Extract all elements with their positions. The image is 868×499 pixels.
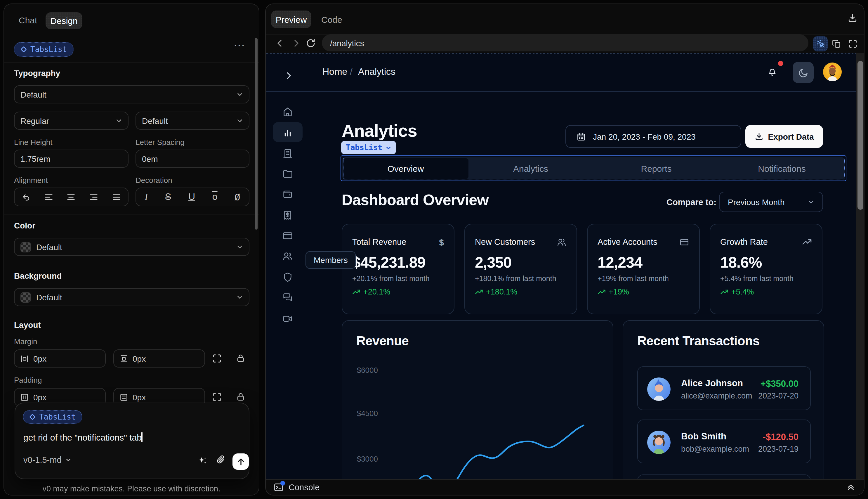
url-bar[interactable]: /analytics [322, 35, 808, 51]
divider [4, 214, 259, 215]
ellipsis-menu-icon[interactable]: ··· [234, 40, 246, 50]
transaction-row[interactable]: Bob Smith bob@example.com -$120.50 2023-… [637, 419, 811, 463]
sidebar-item-home[interactable] [282, 106, 293, 118]
stat-card: Active Accounts 12,234 +19% from last mo… [587, 224, 700, 314]
underline-icon[interactable]: U [188, 192, 195, 202]
tab-overview[interactable]: Overview [343, 158, 468, 179]
avatar[interactable] [823, 62, 842, 81]
trending-up-icon [475, 288, 483, 296]
lock-icon[interactable] [236, 392, 245, 401]
align-justify-icon[interactable] [112, 193, 121, 201]
line-height-input[interactable]: 1.75rem [14, 149, 128, 168]
trending-up-icon [597, 288, 606, 296]
nav-back-icon[interactable] [275, 39, 284, 48]
console-bar[interactable]: Console [266, 479, 865, 494]
sidebar-item-members[interactable] [282, 250, 293, 262]
text-caret [142, 433, 142, 442]
align-left-icon[interactable] [44, 193, 53, 201]
section-title: Dashboard Overview [342, 191, 488, 209]
tab-design[interactable]: Design [46, 12, 82, 29]
background-select[interactable]: Default [14, 288, 249, 306]
tab-reports[interactable]: Reports [594, 157, 719, 179]
calendar-icon [576, 132, 586, 141]
no-decoration-icon[interactable]: Ø [235, 191, 240, 203]
avatar [647, 377, 671, 401]
color-select[interactable]: Default [14, 238, 249, 256]
font-size-select[interactable]: Default [136, 112, 249, 130]
breadcrumb-current[interactable]: Analytics [358, 66, 395, 77]
sidebar-item-wallet[interactable] [282, 188, 293, 200]
send-button[interactable] [233, 453, 249, 470]
revenue-line-chart [342, 321, 614, 480]
lock-icon[interactable] [236, 353, 245, 363]
tab-notifications[interactable]: Notifications [719, 157, 845, 179]
sidebar-item-analytics[interactable] [282, 126, 293, 138]
overline-icon[interactable]: o [212, 192, 218, 202]
chevron-down-icon [237, 244, 243, 250]
panel-scrollbar[interactable] [255, 38, 258, 230]
preview-panel: Preview Code /analytics [265, 3, 865, 496]
sidebar-item-video[interactable] [282, 313, 293, 324]
sidebar-item-messages[interactable] [282, 292, 293, 303]
sidebar-item-invoices[interactable] [282, 209, 293, 221]
theme-toggle-button[interactable] [793, 62, 814, 83]
undo-icon[interactable] [22, 193, 30, 201]
model-select[interactable]: v0-1.5-md [23, 455, 72, 464]
date-range-picker[interactable]: Jan 20, 2023 - Feb 09, 2023 [566, 125, 741, 148]
tab-chat[interactable]: Chat [19, 15, 37, 25]
export-data-button[interactable]: Export Data [745, 125, 823, 148]
strikethrough-icon[interactable]: S [165, 192, 171, 202]
line-height-label: Line Height [14, 138, 52, 147]
font-weight-select[interactable]: Regular [14, 112, 128, 130]
transaction-row[interactable]: Alice Johnson alice@example.com +$350.00… [637, 366, 811, 410]
breadcrumb-home[interactable]: Home [322, 66, 347, 77]
selection-name-badge[interactable]: TabsList [341, 141, 396, 154]
preview-scrollbar-thumb[interactable] [857, 61, 863, 210]
sidebar-item-cards[interactable] [282, 230, 293, 241]
sidebar-item-projects[interactable] [282, 168, 293, 179]
sidebar-item-organization[interactable] [282, 147, 293, 159]
letter-spacing-input[interactable]: 0em [136, 149, 249, 168]
fullscreen-icon[interactable] [848, 39, 857, 49]
design-panel: Chat Design TabsList ··· Typography Defa… [3, 3, 259, 496]
bell-icon[interactable] [767, 66, 778, 76]
expand-values-icon[interactable] [212, 353, 222, 363]
tabs-list: Overview Analytics Reports Notifications [342, 157, 845, 179]
chevron-down-icon [385, 145, 391, 150]
align-center-icon[interactable] [67, 193, 76, 201]
tab-code[interactable]: Code [321, 15, 342, 25]
alignment-label: Alignment [14, 176, 48, 185]
sidebar-item-security[interactable] [282, 271, 293, 283]
expand-values-icon[interactable] [212, 392, 222, 402]
background-heading: Background [14, 271, 62, 280]
selected-element-chip[interactable]: TabsList [14, 42, 73, 57]
copy-icon[interactable] [832, 39, 841, 49]
trending-up-icon [352, 288, 360, 296]
composer-context-chip[interactable]: TabsList [23, 410, 82, 424]
divider [4, 265, 259, 265]
margin-x-input[interactable]: 0px [14, 350, 106, 367]
users-icon [557, 237, 567, 247]
sparkles-icon[interactable] [198, 456, 207, 465]
paperclip-icon[interactable] [216, 455, 225, 464]
console-icon [273, 482, 284, 492]
margin-y-input[interactable]: 0px [113, 350, 205, 367]
align-right-icon[interactable] [90, 193, 98, 201]
refresh-icon[interactable] [306, 38, 316, 49]
chat-composer[interactable]: TabsList get rid of the "notifications" … [15, 403, 249, 479]
italic-icon[interactable]: I [145, 192, 148, 202]
chevrons-up-icon[interactable] [846, 483, 855, 491]
nav-forward-icon[interactable] [292, 39, 301, 48]
diamond-icon [29, 414, 36, 420]
moon-icon [798, 67, 809, 78]
inspect-pointer-button[interactable] [813, 36, 828, 51]
tab-analytics[interactable]: Analytics [468, 157, 594, 179]
composer-input[interactable]: get rid of the "notifications" tab [23, 433, 142, 442]
sidebar-toggle-icon[interactable] [284, 71, 293, 80]
transactions-card: Recent Transactions Alice Johnson [623, 320, 824, 480]
download-icon[interactable] [847, 13, 857, 23]
chevron-down-icon [808, 199, 814, 205]
font-family-select[interactable]: Default [14, 85, 249, 104]
tab-preview[interactable]: Preview [271, 11, 311, 28]
compare-select[interactable]: Previous Month [719, 192, 823, 212]
